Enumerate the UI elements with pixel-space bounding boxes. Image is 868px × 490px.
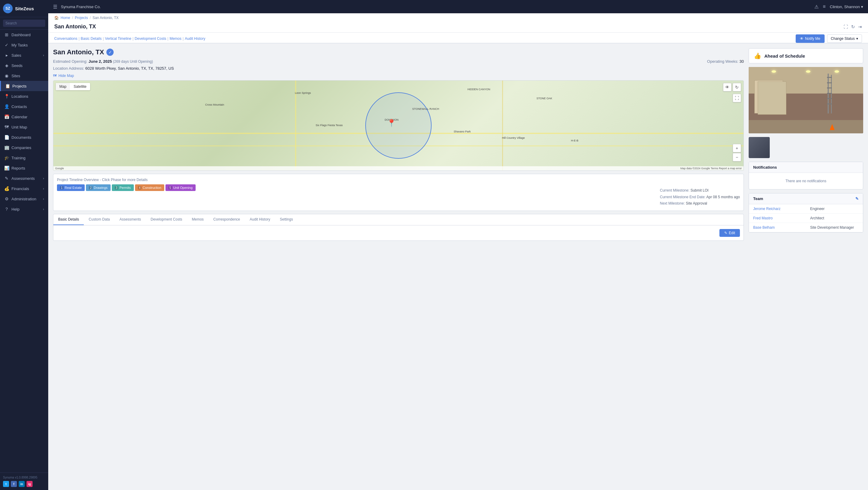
sidebar-item-my-tasks[interactable]: ✓ My Tasks (0, 40, 48, 50)
zoom-out-button[interactable]: − (733, 153, 741, 162)
edit-button[interactable]: ✎ Edit (719, 229, 740, 237)
change-status-button[interactable]: Change Status ▾ (827, 34, 862, 43)
map-refresh-button[interactable]: ↻ (733, 83, 741, 91)
map-zoom-controls: + − (733, 144, 741, 162)
phase-unit-opening[interactable]: 5 Unit Opening (165, 184, 195, 191)
sub-nav-memos[interactable]: Memos (170, 36, 181, 41)
main-photo[interactable] (749, 67, 863, 133)
table-row: Base Belham Site Development Manager (749, 223, 863, 232)
sidebar-item-financials[interactable]: 💰 Financials › (0, 183, 48, 194)
team-title: Team (753, 196, 763, 201)
phase-real-estate[interactable]: 1 Real Estate (57, 184, 85, 191)
dashboard-icon: ⊞ (4, 32, 9, 37)
tab-basic-details[interactable]: Basic Details (53, 214, 84, 225)
breadcrumb-home[interactable]: Home (61, 16, 70, 20)
twitter-icon[interactable]: t (3, 481, 9, 487)
user-chevron-icon: ▾ (861, 4, 863, 9)
sidebar-item-sales[interactable]: ▸ Sales › (0, 50, 48, 60)
tab-correspondence[interactable]: Correspondence (209, 214, 245, 225)
zoom-in-button[interactable]: + (733, 144, 741, 152)
main-area: ☰ Synuma Franchise Co. ⚠ ≡ Clinton, Shan… (48, 0, 868, 490)
sub-nav-development-costs[interactable]: Development Costs (135, 36, 166, 41)
sidebar-item-reports[interactable]: 📊 Reports (0, 163, 48, 173)
sub-nav-audit-history[interactable]: Audit History (185, 36, 205, 41)
sidebar-item-unit-map[interactable]: 🗺 Unit Map (0, 122, 48, 132)
map-label-fiesta: Six Flags Fiesta Texas (315, 124, 343, 127)
tab-custom-data[interactable]: Custom Data (84, 214, 115, 225)
phase-construction[interactable]: 4 Construction (135, 184, 164, 191)
map-expand-button[interactable]: ⛶ (733, 94, 741, 102)
sidebar-item-companies[interactable]: 🏢 Companies (0, 142, 48, 153)
sidebar-item-dashboard[interactable]: ⊞ Dashboard (0, 30, 48, 40)
training-icon: 🎓 (4, 155, 9, 160)
sidebar-item-documents[interactable]: 📄 Documents (0, 132, 48, 142)
instagram-icon[interactable]: ig (27, 481, 33, 487)
map-controls: 👁 ↻ (723, 83, 741, 91)
map-pin: 📍 (387, 119, 396, 127)
tab-nav: Basic Details Custom Data Assessments De… (53, 214, 744, 225)
sidebar-item-help[interactable]: ? Help › (0, 204, 48, 214)
map-label-hidden-canyon: HIDDEN CANYON (467, 88, 490, 91)
tab-development-costs[interactable]: Development Costs (146, 214, 187, 225)
sidebar-item-locations[interactable]: 📍 Locations (0, 91, 48, 102)
map-container: Map Satellite 👁 ↻ ⛶ (53, 80, 744, 171)
detach-icon[interactable]: ⇥ (858, 24, 862, 30)
facebook-icon[interactable]: f (11, 481, 17, 487)
phase-drawings[interactable]: 2 Drawings (86, 184, 110, 191)
sidebar-item-seeds[interactable]: ◈ Seeds (0, 60, 48, 70)
breadcrumb-current: San Antonio, TX (93, 16, 119, 20)
sidebar-item-calendar[interactable]: 📅 Calendar (0, 112, 48, 122)
team-member-name-3[interactable]: Base Belham (749, 223, 806, 232)
map-toggle[interactable]: 🗺 Hide Map (53, 74, 744, 78)
chevron-down-icon: ▾ (856, 36, 858, 41)
contacts-icon: 👤 (4, 104, 9, 109)
photo-thumb-1[interactable] (749, 137, 770, 158)
expand-icon[interactable]: ⛶ (844, 24, 848, 30)
user-name[interactable]: Clinton, Shannon ▾ (830, 4, 863, 9)
sidebar-item-training[interactable]: 🎓 Training (0, 153, 48, 163)
sub-nav-vertical-timeline[interactable]: Vertical Timeline (105, 36, 131, 41)
team-member-name-1[interactable]: Jerome Reicharz (749, 204, 806, 213)
team-member-role-3: Site Development Manager (806, 223, 863, 232)
sidebar-item-label: Help (11, 207, 20, 211)
refresh-icon[interactable]: ↻ (851, 24, 855, 30)
sidebar-item-projects[interactable]: 📋 Projects (0, 81, 48, 91)
bottom-tabs: Basic Details Custom Data Assessments De… (53, 214, 744, 241)
sidebar-item-administration[interactable]: ⚙ Administration › (0, 194, 48, 204)
edit-icon: ✎ (724, 231, 727, 235)
breadcrumb-projects[interactable]: Projects (75, 16, 88, 20)
sidebar-item-label: Calendar (11, 115, 27, 119)
sidebar-item-contacts[interactable]: 👤 Contacts (0, 102, 48, 112)
sub-nav-conversations[interactable]: Conversations (54, 36, 78, 41)
map-toggle-icon: 🗺 (53, 74, 57, 78)
messages-icon[interactable]: ≡ (823, 4, 826, 9)
phase-permits[interactable]: 3 Permits (112, 184, 134, 191)
map-tab-satellite[interactable]: Satellite (70, 83, 90, 90)
sub-nav-basic-details[interactable]: Basic Details (81, 36, 101, 41)
notify-me-button[interactable]: 👁 Notify Me (796, 34, 825, 43)
team-edit-button[interactable]: ✎ (855, 196, 859, 201)
tasks-icon: ✓ (4, 42, 9, 47)
sidebar-item-label: Reports (11, 166, 25, 171)
sidebar-item-sites[interactable]: ◉ Sites (0, 70, 48, 81)
alert-icon[interactable]: ⚠ (814, 4, 818, 10)
tab-settings[interactable]: Settings (275, 214, 298, 225)
tab-audit-history[interactable]: Audit History (245, 214, 275, 225)
team-member-name-2[interactable]: Fred Mastro (749, 213, 806, 223)
menu-toggle[interactable]: ☰ (53, 4, 57, 10)
map-tab-map[interactable]: Map (56, 83, 70, 90)
calendar-icon: 📅 (4, 114, 9, 119)
operating-weeks-label: Operating Weeks: (707, 59, 738, 64)
notifications-panel: Notifications There are no notifications (749, 162, 863, 190)
linkedin-icon[interactable]: in (19, 481, 25, 487)
map-eye-button[interactable]: 👁 (723, 83, 732, 91)
map-label-hcv: Hill Country Village (502, 136, 525, 139)
administration-icon: ⚙ (4, 196, 9, 201)
tab-assessments[interactable]: Assessments (115, 214, 146, 225)
sidebar-item-assessments[interactable]: ✎ Assessments › (0, 173, 48, 183)
thumbs-up-icon: 👍 (754, 52, 761, 59)
milestone-info: Current Milestone: Submit LOI Current Mi… (660, 188, 740, 207)
search-input[interactable] (3, 20, 45, 27)
sidebar-item-label: Documents (11, 135, 31, 140)
tab-memos[interactable]: Memos (187, 214, 208, 225)
